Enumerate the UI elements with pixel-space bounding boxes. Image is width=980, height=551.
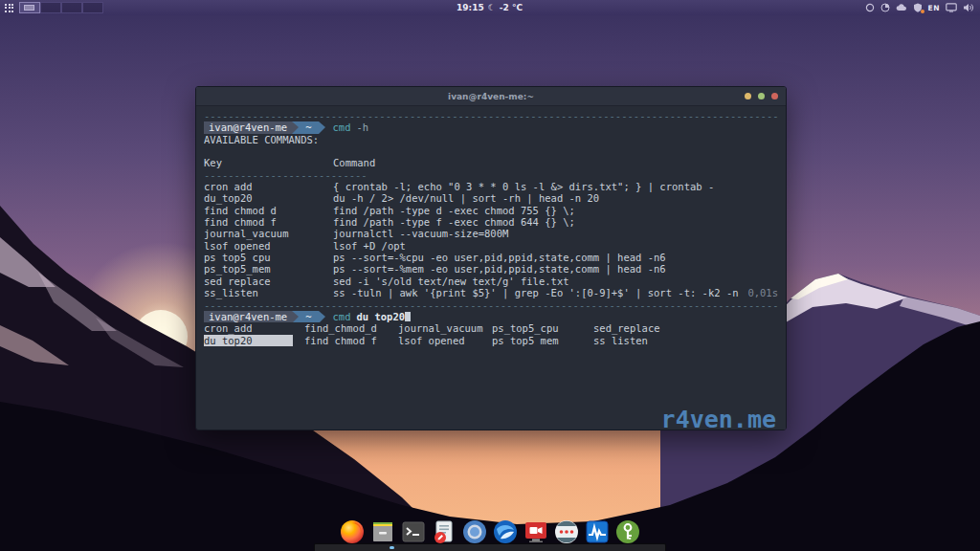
table-row: du_top20du -h / 2> /dev/null | sort -rh … [204, 192, 778, 204]
clock-widget[interactable]: 19:15 ☾ -2 °C [457, 3, 523, 12]
cloud-sync-icon[interactable] [896, 3, 907, 12]
row-command: ps --sort=-%cpu -eo user,pid,ppid,state,… [333, 252, 666, 263]
separator-line: ----------------------------------------… [204, 110, 778, 121]
row-key: cron_add [204, 181, 333, 192]
table-row: ss_listenss -tuln | awk '{print $5}' | g… [204, 287, 778, 298]
text-editor-icon[interactable] [432, 519, 457, 544]
applications-menu-icon[interactable] [5, 4, 13, 12]
prompt-user: ivan@r4ven-me [204, 311, 292, 322]
display-icon[interactable] [946, 3, 957, 12]
terminal-title: ivan@r4ven-me:~ [196, 92, 786, 101]
workspace-2[interactable] [40, 2, 61, 13]
command-arg: -h [356, 121, 368, 133]
text-cursor [405, 312, 411, 321]
powerline-arrow-icon [319, 121, 325, 133]
row-key: lsof_opened [204, 240, 333, 252]
row-command: ps --sort=-%mem -eo user,pid,ppid,state,… [333, 263, 666, 275]
command-name: cmd [333, 311, 351, 322]
completion-item[interactable]: cron_add [204, 322, 304, 334]
row-key: sed_replace [204, 276, 333, 287]
row-command: ss -tuln | awk '{print $5}' | grep -Eo '… [333, 287, 739, 298]
system-tray: EN [523, 3, 980, 12]
thunderbird-icon[interactable] [493, 519, 518, 544]
command-arg-typed: du_top20 [356, 311, 405, 322]
clock[interactable]: 19:15 [457, 3, 484, 12]
powerline-arrow-icon [319, 311, 325, 322]
output-header: AVAILABLE COMMANDS: [204, 134, 778, 145]
blank-line [204, 145, 778, 157]
row-command: journalctl --vacuum-size=800M [333, 228, 508, 239]
completion-item[interactable]: ps_top5_cpu [492, 322, 593, 334]
table-row: ps_top5_memps --sort=-%mem -eo user,pid,… [204, 263, 778, 275]
completion-item[interactable]: find_chmod_d [304, 322, 398, 334]
desktop: 19:15 ☾ -2 °C EN [0, 0, 980, 551]
completion-item[interactable]: lsof_opened [398, 335, 492, 346]
system-monitor-icon[interactable] [585, 519, 610, 544]
table-row: find_chmod_dfind /path -type d -exec chm… [204, 205, 778, 216]
terminal-titlebar[interactable]: ivan@r4ven-me:~ [196, 87, 786, 106]
row-command: find /path -type f -exec chmod 644 {} \; [333, 216, 575, 228]
row-key: find_chmod_f [204, 216, 333, 228]
terminal-window: ivan@r4ven-me:~ ------------------------… [195, 86, 787, 430]
row-command: sed -i 's/old_text/new_text/g' file.txt [333, 276, 569, 287]
row-key: journal_vacuum [204, 228, 333, 239]
weather-temperature[interactable]: -2 °C [500, 3, 523, 12]
prompt-path: ~ [299, 311, 318, 322]
terminal-content[interactable]: ----------------------------------------… [196, 106, 786, 430]
prompt-line-1: ivan@r4ven-me~ cmd -h [204, 121, 778, 133]
terminal-app-icon[interactable] [401, 519, 426, 544]
row-key: ss_listen [204, 287, 333, 298]
screen-recorder-icon[interactable] [523, 519, 548, 544]
prompt-user: ivan@r4ven-me [204, 121, 292, 133]
notification-badge [921, 10, 924, 13]
file-manager-icon[interactable] [370, 519, 395, 544]
volume-icon[interactable] [963, 3, 974, 12]
security-icon[interactable] [913, 3, 923, 12]
table-row: lsof_openedlsof +D /opt [204, 240, 778, 252]
header-underline: --------------------------- [204, 169, 371, 181]
completion-item[interactable]: journal_vacuum [398, 322, 492, 334]
watermark: r4ven.me [661, 414, 776, 426]
moon-icon: ☾ [488, 3, 496, 12]
completion-item[interactable]: ss_listen [593, 335, 648, 346]
backup-app-icon[interactable] [554, 519, 579, 544]
minimize-button[interactable] [745, 93, 751, 99]
updates-icon[interactable] [865, 3, 875, 12]
table-row: find_chmod_ffind /path -type f -exec chm… [204, 216, 778, 228]
firefox-icon[interactable] [340, 519, 365, 544]
powerline-arrow-icon [292, 121, 299, 133]
dock [0, 513, 980, 551]
row-key: find_chmod_d [204, 205, 333, 216]
close-button[interactable] [771, 93, 778, 99]
table-row: sed_replacesed -i 's/old_text/new_text/g… [204, 276, 778, 287]
row-key: du_top20 [204, 192, 333, 204]
maximize-button[interactable] [758, 93, 765, 99]
row-command: find /path -type d -exec chmod 755 {} \; [333, 205, 575, 216]
row-key: ps_top5_cpu [204, 252, 333, 263]
keyboard-layout-indicator[interactable]: EN [928, 4, 940, 12]
row-command: { crontab -l; echo "0 3 * * 0 ls -l &> d… [333, 181, 714, 192]
top-panel: 19:15 ☾ -2 °C EN [0, 0, 980, 15]
key-header: Key [204, 157, 333, 168]
completion-item[interactable]: ps_top5_mem [492, 335, 593, 346]
command-header: Command [333, 157, 375, 168]
disk-usage-icon[interactable] [880, 3, 890, 12]
chromium-icon[interactable] [462, 519, 487, 544]
prompt-path: ~ [299, 121, 318, 133]
keepassxc-icon[interactable] [615, 519, 640, 544]
command-name: cmd [333, 121, 351, 133]
prompt-line-2[interactable]: ivan@r4ven-me~ cmd du_top20 [204, 311, 778, 322]
completion-row: du_top20find_chmod_flsof_openedps_top5_m… [204, 335, 778, 346]
workspace-4[interactable] [82, 2, 103, 13]
workspace-3[interactable] [61, 2, 82, 13]
workspace-switcher[interactable] [19, 2, 103, 13]
completion-row: cron_addfind_chmod_djournal_vacuumps_top… [204, 322, 778, 334]
completion-item-selected[interactable]: du_top20 [204, 335, 293, 346]
completion-item[interactable]: find_chmod_f [304, 335, 398, 346]
dock-shelf [314, 543, 666, 551]
table-row: ps_top5_cpups --sort=-%cpu -eo user,pid,… [204, 252, 778, 263]
completion-item[interactable]: sed_replace [593, 322, 660, 334]
row-key: ps_top5_mem [204, 263, 333, 275]
workspace-1[interactable] [19, 2, 40, 13]
powerline-arrow-icon [292, 311, 299, 322]
